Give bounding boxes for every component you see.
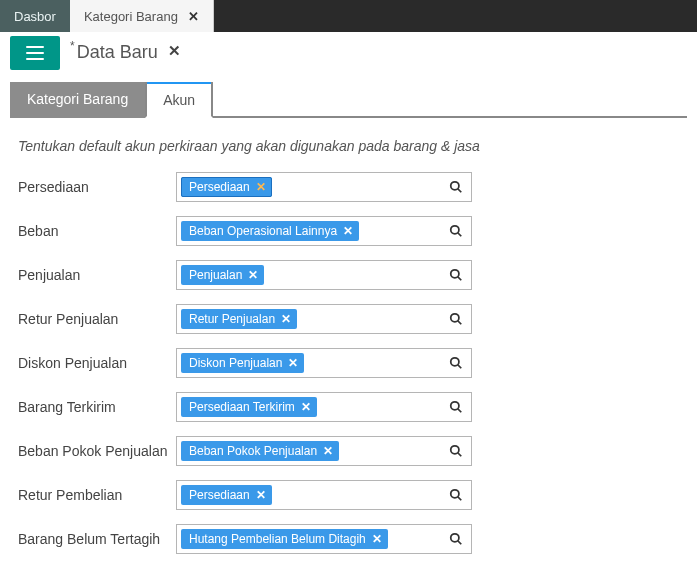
chip-text: Persediaan: [189, 488, 250, 502]
svg-line-15: [458, 497, 462, 501]
chip-retur-pembelian: Persediaan ✕: [181, 485, 272, 505]
chip-barang-terkirim: Persediaan Terkirim ✕: [181, 397, 317, 417]
top-tab-dasbor-label: Dasbor: [14, 9, 56, 24]
chip-text: Persediaan: [189, 180, 250, 194]
top-tab-kategori-barang-close-icon[interactable]: ✕: [188, 9, 199, 24]
field-label-persediaan: Persediaan: [18, 179, 176, 195]
svg-point-14: [451, 490, 459, 498]
field-row-hpp: Beban Pokok Penjualan Beban Pokok Penjua…: [18, 436, 679, 466]
chip-penjualan: Penjualan ✕: [181, 265, 264, 285]
field-picker-beban[interactable]: Beban Operasional Lainnya ✕: [176, 216, 472, 246]
chip-remove-icon[interactable]: ✕: [301, 401, 311, 413]
top-tab-kategori-barang[interactable]: Kategori Barang ✕: [70, 0, 214, 32]
search-icon[interactable]: [449, 532, 463, 546]
chip-text: Hutang Pembelian Belum Ditagih: [189, 532, 366, 546]
field-row-retur-penjualan: Retur Penjualan Retur Penjualan ✕: [18, 304, 679, 334]
search-icon[interactable]: [449, 268, 463, 282]
tab-akun[interactable]: Akun: [145, 82, 213, 118]
svg-point-16: [451, 534, 459, 542]
svg-line-13: [458, 453, 462, 457]
field-picker-retur-penjualan[interactable]: Retur Penjualan ✕: [176, 304, 472, 334]
search-icon[interactable]: [449, 180, 463, 194]
svg-point-10: [451, 402, 459, 410]
svg-line-3: [458, 233, 462, 237]
field-picker-persediaan[interactable]: Persediaan ✕: [176, 172, 472, 202]
search-icon[interactable]: [449, 400, 463, 414]
field-row-persediaan: Persediaan Persediaan ✕: [18, 172, 679, 202]
field-row-diskon-penjualan: Diskon Penjualan Diskon Penjualan ✕: [18, 348, 679, 378]
chip-diskon-penjualan: Diskon Penjualan ✕: [181, 353, 304, 373]
chip-text: Persediaan Terkirim: [189, 400, 295, 414]
svg-point-6: [451, 314, 459, 322]
svg-line-9: [458, 365, 462, 369]
chip-remove-icon[interactable]: ✕: [323, 445, 333, 457]
svg-line-7: [458, 321, 462, 325]
chip-persediaan: Persediaan ✕: [181, 177, 272, 197]
document-title-text: Data Baru: [77, 42, 158, 63]
chip-remove-icon[interactable]: ✕: [256, 489, 266, 501]
chip-remove-icon[interactable]: ✕: [372, 533, 382, 545]
field-label-retur-pembelian: Retur Pembelian: [18, 487, 176, 503]
chip-text: Beban Operasional Lainnya: [189, 224, 337, 238]
field-picker-retur-pembelian[interactable]: Persediaan ✕: [176, 480, 472, 510]
field-picker-barang-terkirim[interactable]: Persediaan Terkirim ✕: [176, 392, 472, 422]
field-picker-diskon-penjualan[interactable]: Diskon Penjualan ✕: [176, 348, 472, 378]
document-title: * Data Baru ✕: [70, 42, 181, 63]
chip-remove-icon[interactable]: ✕: [256, 181, 266, 193]
field-label-barang-terkirim: Barang Terkirim: [18, 399, 176, 415]
chip-remove-icon[interactable]: ✕: [281, 313, 291, 325]
document-close-icon[interactable]: ✕: [168, 42, 181, 60]
svg-line-5: [458, 277, 462, 281]
svg-point-2: [451, 226, 459, 234]
chip-belum-tertagih: Hutang Pembelian Belum Ditagih ✕: [181, 529, 388, 549]
svg-point-4: [451, 270, 459, 278]
chip-text: Beban Pokok Penjualan: [189, 444, 317, 458]
chip-remove-icon[interactable]: ✕: [343, 225, 353, 237]
akun-panel: Tentukan default akun perkiraan yang aka…: [10, 118, 687, 567]
search-icon[interactable]: [449, 444, 463, 458]
tab-kategori-barang-label: Kategori Barang: [27, 91, 128, 107]
tab-akun-label: Akun: [163, 92, 195, 108]
svg-point-0: [451, 182, 459, 190]
panel-description: Tentukan default akun perkiraan yang aka…: [18, 138, 679, 154]
chip-text: Penjualan: [189, 268, 242, 282]
field-label-beban: Beban: [18, 223, 176, 239]
search-icon[interactable]: [449, 356, 463, 370]
top-tab-dasbor[interactable]: Dasbor: [0, 0, 70, 32]
field-picker-belum-tertagih[interactable]: Hutang Pembelian Belum Ditagih ✕: [176, 524, 472, 554]
chip-beban: Beban Operasional Lainnya ✕: [181, 221, 359, 241]
svg-line-17: [458, 541, 462, 545]
field-label-diskon-penjualan: Diskon Penjualan: [18, 355, 176, 371]
subbar: * Data Baru ✕: [0, 32, 697, 74]
field-label-hpp: Beban Pokok Penjualan: [18, 443, 176, 459]
search-icon[interactable]: [449, 312, 463, 326]
field-row-beban: Beban Beban Operasional Lainnya ✕: [18, 216, 679, 246]
svg-line-1: [458, 189, 462, 193]
tab-kategori-barang[interactable]: Kategori Barang: [10, 82, 145, 118]
chip-retur-penjualan: Retur Penjualan ✕: [181, 309, 297, 329]
field-row-belum-tertagih: Barang Belum Tertagih Hutang Pembelian B…: [18, 524, 679, 554]
field-label-penjualan: Penjualan: [18, 267, 176, 283]
svg-point-12: [451, 446, 459, 454]
field-picker-hpp[interactable]: Beban Pokok Penjualan ✕: [176, 436, 472, 466]
field-picker-penjualan[interactable]: Penjualan ✕: [176, 260, 472, 290]
inner-tabs: Kategori Barang Akun: [10, 80, 687, 118]
chip-text: Diskon Penjualan: [189, 356, 282, 370]
chip-text: Retur Penjualan: [189, 312, 275, 326]
search-icon[interactable]: [449, 224, 463, 238]
field-label-belum-tertagih: Barang Belum Tertagih: [18, 531, 176, 547]
chip-hpp: Beban Pokok Penjualan ✕: [181, 441, 339, 461]
field-row-barang-terkirim: Barang Terkirim Persediaan Terkirim ✕: [18, 392, 679, 422]
svg-point-8: [451, 358, 459, 366]
top-tab-kategori-barang-label: Kategori Barang: [84, 9, 178, 24]
app-topbar: Dasbor Kategori Barang ✕: [0, 0, 697, 32]
field-row-retur-pembelian: Retur Pembelian Persediaan ✕: [18, 480, 679, 510]
field-label-retur-penjualan: Retur Penjualan: [18, 311, 176, 327]
list-icon: [26, 46, 44, 60]
field-row-penjualan: Penjualan Penjualan ✕: [18, 260, 679, 290]
chip-remove-icon[interactable]: ✕: [288, 357, 298, 369]
menu-button[interactable]: [10, 36, 60, 70]
search-icon[interactable]: [449, 488, 463, 502]
svg-line-11: [458, 409, 462, 413]
chip-remove-icon[interactable]: ✕: [248, 269, 258, 281]
